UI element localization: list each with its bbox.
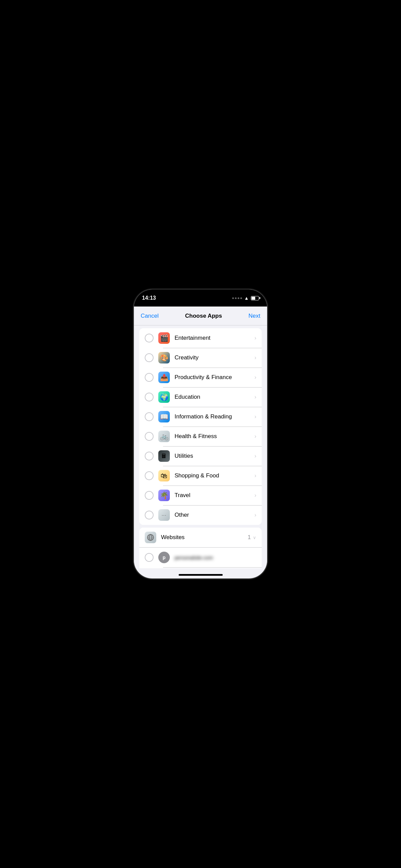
radio-travel[interactable] — [145, 491, 154, 500]
radio-information[interactable] — [145, 412, 154, 421]
nav-bar: Cancel Choose Apps Next — [134, 307, 267, 326]
chevron-icon: › — [255, 492, 256, 498]
scroll-area[interactable]: 🎬 Entertainment › 🎨 Creativity › 📤 Produ… — [134, 326, 267, 568]
status-bar: 14:13 ▲ — [134, 290, 267, 307]
utilities-icon: 🖩 — [158, 450, 170, 462]
time: 14:13 — [142, 295, 156, 301]
list-item[interactable]: 📤 Productivity & Finance › — [139, 368, 262, 387]
radio-entertainment[interactable] — [145, 334, 154, 342]
entertainment-label: Entertainment — [175, 335, 252, 341]
websites-count: 1 — [248, 534, 251, 541]
phone-frame: 14:13 ▲ Cancel Choose Apps Next 🎬 — [134, 290, 267, 578]
radio-creativity[interactable] — [145, 353, 154, 362]
health-label: Health & Fitness — [175, 433, 252, 440]
utilities-label: Utilities — [175, 453, 252, 459]
wifi-icon: ▲ — [244, 295, 249, 301]
chevron-icon: › — [255, 512, 256, 518]
creativity-icon: 🎨 — [158, 352, 170, 363]
chevron-icon: › — [255, 433, 256, 439]
chevron-icon: › — [255, 473, 256, 479]
chevron-icon: › — [255, 355, 256, 361]
radio-health[interactable] — [145, 432, 154, 441]
radio-other[interactable] — [145, 511, 154, 519]
signal-icon — [232, 297, 242, 299]
chevron-icon: › — [255, 414, 256, 420]
list-item[interactable]: 🌴 Travel › — [139, 486, 262, 505]
entertainment-icon: 🎬 — [158, 332, 170, 344]
radio-shopping[interactable] — [145, 471, 154, 480]
status-icons: ▲ — [232, 295, 259, 301]
productivity-label: Productivity & Finance — [175, 374, 252, 381]
home-indicator — [179, 574, 223, 576]
education-icon: 🌍 — [158, 391, 170, 403]
creativity-label: Creativity — [175, 354, 252, 361]
radio-website1[interactable] — [145, 553, 154, 562]
radio-education[interactable] — [145, 393, 154, 401]
website-item[interactable]: p personalsite.com — [139, 548, 262, 567]
next-button[interactable]: Next — [248, 310, 260, 322]
list-item[interactable]: 🛍 Shopping & Food › — [139, 466, 262, 486]
websites-section: Websites 1 ∨ p personalsite.com I I inst… — [139, 528, 262, 568]
list-item[interactable]: ··· Other › — [139, 505, 262, 525]
education-label: Education — [175, 394, 252, 400]
websites-header-row[interactable]: Websites 1 ∨ — [139, 528, 262, 548]
chevron-icon: › — [255, 374, 256, 380]
list-item[interactable]: 🌍 Education › — [139, 387, 262, 407]
websites-label: Websites — [161, 534, 248, 541]
radio-productivity[interactable] — [145, 373, 154, 382]
list-item[interactable]: 📖 Information & Reading › — [139, 407, 262, 427]
website1-label: personalsite.com — [175, 555, 213, 560]
radio-utilities[interactable] — [145, 452, 154, 460]
productivity-icon: 📤 — [158, 372, 170, 383]
cancel-button[interactable]: Cancel — [141, 310, 159, 322]
websites-icon — [145, 532, 156, 543]
information-icon: 📖 — [158, 411, 170, 422]
health-icon: 🚲 — [158, 431, 170, 442]
chevron-icon: › — [255, 335, 256, 341]
list-item[interactable]: 🖩 Utilities › — [139, 446, 262, 466]
travel-label: Travel — [175, 492, 252, 499]
travel-icon: 🌴 — [158, 490, 170, 501]
information-label: Information & Reading — [175, 413, 252, 420]
chevron-icon: › — [255, 453, 256, 459]
shopping-icon: 🛍 — [158, 470, 170, 481]
list-item[interactable]: 🎨 Creativity › — [139, 348, 262, 368]
nav-title: Choose Apps — [185, 313, 222, 319]
other-label: Other — [175, 512, 252, 518]
categories-list: 🎬 Entertainment › 🎨 Creativity › 📤 Produ… — [139, 328, 262, 525]
other-icon: ··· — [158, 509, 170, 521]
shopping-label: Shopping & Food — [175, 472, 252, 479]
battery-icon — [251, 296, 259, 300]
website-item[interactable]: I — [139, 567, 262, 568]
website1-avatar: p — [158, 552, 170, 563]
list-item[interactable]: 🎬 Entertainment › — [139, 328, 262, 348]
list-item[interactable]: 🚲 Health & Fitness › — [139, 427, 262, 446]
chevron-icon: › — [255, 394, 256, 400]
expand-icon[interactable]: ∨ — [253, 535, 256, 540]
